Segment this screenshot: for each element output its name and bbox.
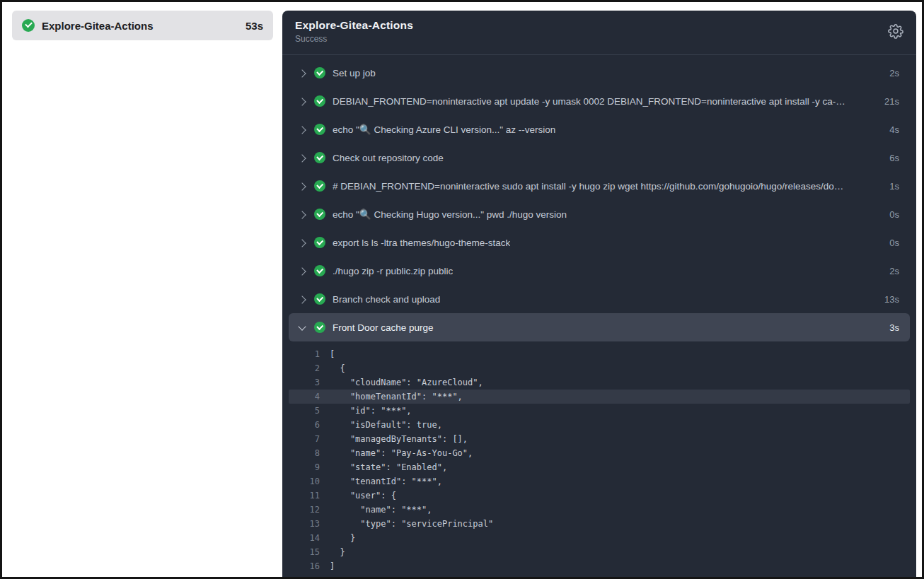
log-line: 2 { bbox=[289, 361, 910, 375]
log-line: 11 "user": { bbox=[289, 489, 910, 503]
log-line-text: "homeTenantId": "***", bbox=[330, 390, 463, 404]
log-line-text: "type": "servicePrincipal" bbox=[330, 517, 493, 531]
log-line: 10 "tenantId": "***", bbox=[289, 474, 910, 489]
log-line-text: [ bbox=[330, 347, 335, 361]
log-line: 8 "name": "Pay-As-You-Go", bbox=[289, 446, 910, 460]
step-duration: 1s bbox=[889, 181, 899, 192]
log-line: 6 "isDefault": true, bbox=[289, 418, 910, 432]
log-line-number: 8 bbox=[289, 446, 320, 460]
log-line: 15 } bbox=[289, 545, 910, 559]
log-line-number: 16 bbox=[289, 559, 320, 573]
success-check-icon bbox=[314, 124, 325, 135]
step-row[interactable]: echo "🔍 Checking Hugo version..." pwd ./… bbox=[289, 200, 910, 228]
chevron-icon bbox=[299, 212, 306, 217]
log-line-text: "user": { bbox=[330, 489, 396, 503]
chevron-icon bbox=[299, 127, 306, 132]
log-line-number: 6 bbox=[289, 418, 320, 432]
log-line-number: 5 bbox=[289, 404, 320, 418]
step-label: Branch check and upload bbox=[333, 294, 440, 305]
log-line-text: ] bbox=[330, 559, 335, 573]
sidebar-job-item[interactable]: Explore-Gitea-Actions 53s bbox=[12, 11, 273, 40]
log-line-number: 13 bbox=[289, 517, 320, 531]
step-row[interactable]: Set up job 2s bbox=[289, 59, 910, 87]
step-row[interactable]: # DEBIAN_FRONTEND=noninteractive sudo ap… bbox=[289, 172, 910, 200]
step-label: # DEBIAN_FRONTEND=noninteractive sudo ap… bbox=[333, 181, 849, 192]
step-label: Check out repository code bbox=[333, 153, 444, 163]
success-check-icon bbox=[314, 180, 325, 192]
success-check-icon bbox=[314, 322, 325, 333]
log-line: 16 ] bbox=[289, 559, 910, 573]
step-label: DEBIAN_FRONTEND=noninteractive apt updat… bbox=[333, 96, 849, 107]
step-row[interactable]: DEBIAN_FRONTEND=noninteractive apt updat… bbox=[289, 87, 910, 115]
log-line-number: 12 bbox=[289, 503, 320, 517]
log-line-number: 10 bbox=[289, 474, 320, 489]
log-line-number: 14 bbox=[289, 531, 320, 545]
log-line-number: 9 bbox=[289, 460, 320, 474]
chevron-icon bbox=[299, 156, 306, 160]
log-line-number: 2 bbox=[289, 361, 320, 375]
success-check-icon bbox=[314, 209, 325, 220]
log-line: 4 "homeTenantId": "***", bbox=[289, 390, 910, 404]
log-line-number: 4 bbox=[289, 390, 320, 404]
log-line-number: 7 bbox=[289, 432, 320, 446]
job-duration: 53s bbox=[246, 20, 263, 32]
step-duration: 0s bbox=[889, 238, 899, 248]
success-check-icon bbox=[314, 152, 325, 163]
log-line-text: } bbox=[330, 531, 355, 545]
steps-list: Set up job 2s DEBIAN_FRONTEND=noninterac… bbox=[282, 55, 916, 341]
job-run-title: Explore-Gitea-Actions bbox=[295, 19, 903, 32]
step-log-output: 1 [ 2 { 3 "cloudName": "AzureCloud", 4 "… bbox=[289, 347, 910, 573]
chevron-icon bbox=[299, 240, 306, 245]
success-check-icon bbox=[314, 265, 325, 276]
step-label: ./hugo zip -r public.zip public bbox=[333, 266, 453, 276]
log-line: 3 "cloudName": "AzureCloud", bbox=[289, 375, 910, 390]
success-check-icon bbox=[314, 237, 325, 248]
chevron-icon bbox=[299, 297, 306, 302]
step-row[interactable]: ./hugo zip -r public.zip public 2s bbox=[289, 257, 910, 285]
log-line-number: 15 bbox=[289, 545, 320, 559]
log-line-text: "id": "***", bbox=[330, 404, 412, 418]
step-label: echo "🔍 Checking Hugo version..." pwd ./… bbox=[333, 209, 567, 220]
success-check-icon bbox=[314, 293, 325, 305]
log-line-number: 3 bbox=[289, 375, 320, 390]
step-duration: 3s bbox=[889, 322, 899, 333]
step-duration: 21s bbox=[884, 96, 899, 107]
step-row[interactable]: Check out repository code 6s bbox=[289, 144, 910, 172]
step-row[interactable]: Front Door cache purge 3s bbox=[289, 313, 910, 341]
job-run-status: Success bbox=[295, 34, 903, 44]
step-duration: 0s bbox=[889, 209, 899, 220]
log-line-text: "cloudName": "AzureCloud", bbox=[330, 375, 483, 390]
log-line-text: "name": "Pay-As-You-Go", bbox=[330, 446, 473, 460]
log-line: 5 "id": "***", bbox=[289, 404, 910, 418]
step-duration: 4s bbox=[889, 124, 899, 135]
step-label: Front Door cache purge bbox=[333, 322, 434, 333]
settings-gear-icon[interactable] bbox=[888, 23, 903, 39]
step-duration: 2s bbox=[889, 266, 899, 276]
log-line: 9 "state": "Enabled", bbox=[289, 460, 910, 474]
jobs-sidebar: Explore-Gitea-Actions 53s bbox=[2, 2, 280, 577]
step-row[interactable]: export ls ls -ltra themes/hugo-theme-sta… bbox=[289, 228, 910, 257]
log-line: 12 "name": "***", bbox=[289, 503, 910, 517]
log-line-text: "state": "Enabled", bbox=[330, 460, 447, 474]
chevron-icon bbox=[299, 71, 306, 76]
step-label: echo "🔍 Checking Azure CLI version..." a… bbox=[333, 124, 555, 135]
log-line-number: 1 bbox=[289, 347, 320, 361]
step-label: Set up job bbox=[333, 68, 376, 78]
job-name-label: Explore-Gitea-Actions bbox=[42, 20, 154, 32]
log-line-text: } bbox=[330, 545, 345, 559]
log-line: 1 [ bbox=[289, 347, 910, 361]
step-row[interactable]: Branch check and upload 13s bbox=[289, 285, 910, 313]
job-run-panel: Explore-Gitea-Actions Success Set up job… bbox=[282, 11, 916, 577]
log-line: 7 "managedByTenants": [], bbox=[289, 432, 910, 446]
success-check-icon bbox=[314, 95, 325, 107]
success-check-icon bbox=[22, 19, 35, 32]
step-row[interactable]: echo "🔍 Checking Azure CLI version..." a… bbox=[289, 115, 910, 144]
log-line-number: 11 bbox=[289, 489, 320, 503]
chevron-icon bbox=[299, 184, 306, 189]
log-line: 14 } bbox=[289, 531, 910, 545]
success-check-icon bbox=[314, 67, 325, 78]
step-label: export ls ls -ltra themes/hugo-theme-sta… bbox=[333, 238, 510, 248]
step-duration: 13s bbox=[884, 294, 899, 305]
log-line-text: "managedByTenants": [], bbox=[330, 432, 468, 446]
chevron-icon bbox=[299, 269, 306, 274]
